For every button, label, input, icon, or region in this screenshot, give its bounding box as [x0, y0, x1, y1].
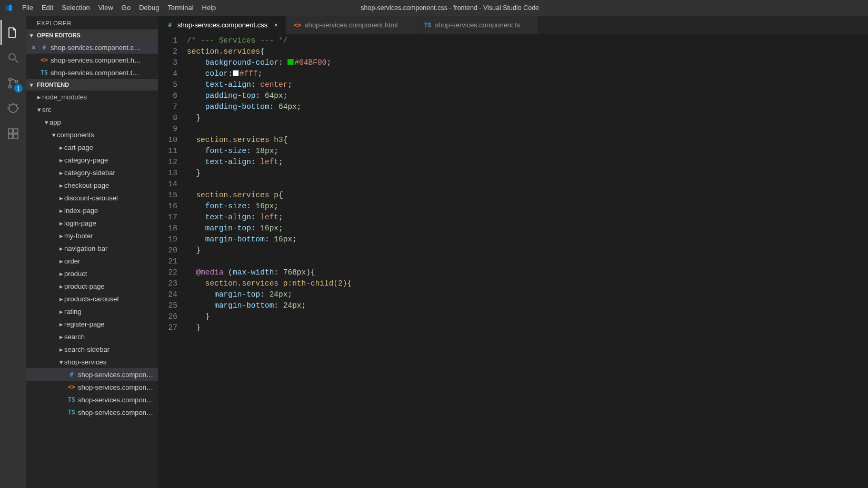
editor-tab[interactable]: #shop-services.component.css× [158, 16, 286, 34]
chevron-right-icon[interactable]: ▸ [58, 194, 64, 202]
chevron-down-icon[interactable]: ▾ [36, 106, 42, 114]
folder-item[interactable]: ▾app [26, 116, 158, 128]
code-line[interactable] [187, 256, 863, 267]
source-control-activity-icon[interactable]: 1 [1, 70, 26, 96]
folder-item[interactable]: ▾shop-services [26, 355, 158, 368]
chevron-down-icon[interactable]: ▾ [43, 118, 49, 126]
modified-dot-icon[interactable]: × [29, 44, 38, 52]
chevron-right-icon[interactable]: ▸ [58, 257, 64, 265]
folder-item[interactable]: ▸login-page [26, 217, 158, 229]
folder-item[interactable]: ▸node_modules [26, 90, 158, 103]
folder-item[interactable]: ▾src [26, 103, 158, 116]
chevron-right-icon[interactable]: ▸ [58, 320, 64, 328]
code-line[interactable]: @media (max-width: 768px){ [187, 267, 863, 278]
menu-selection[interactable]: Selection [57, 0, 94, 16]
code-line[interactable]: section.services p:nth-child(2){ [187, 278, 863, 289]
chevron-right-icon[interactable]: ▸ [58, 219, 64, 227]
explorer-activity-icon[interactable] [1, 20, 26, 45]
chevron-right-icon[interactable]: ▸ [58, 144, 64, 151]
code-line[interactable]: /* --- Services --- */ [187, 35, 863, 46]
open-editor-item[interactable]: ×#shop-services.component.c… [26, 41, 158, 54]
open-editor-item[interactable]: <>shop-services.component.h… [26, 54, 158, 66]
file-item[interactable]: #shop-services.compon… [26, 368, 158, 381]
extensions-activity-icon[interactable] [1, 121, 26, 146]
folder-item[interactable]: ▸my-footer [26, 229, 158, 242]
code-line[interactable]: color:#fff; [187, 68, 863, 79]
folder-item[interactable]: ▸products-carousel [26, 292, 158, 305]
menu-edit[interactable]: Edit [37, 0, 57, 16]
folder-item[interactable]: ▸product-page [26, 280, 158, 292]
open-editors-header[interactable]: ▾ OPEN EDITORS [26, 29, 158, 41]
folder-item[interactable]: ▸checkout-page [26, 179, 158, 191]
folder-item[interactable]: ▸search [26, 330, 158, 343]
folder-item[interactable]: ▸search-sidebar [26, 343, 158, 355]
chevron-right-icon[interactable]: ▸ [58, 333, 64, 341]
code-line[interactable]: } [187, 168, 863, 179]
chevron-right-icon[interactable]: ▸ [58, 169, 64, 177]
code-line[interactable]: text-align: left; [187, 212, 863, 223]
folder-item[interactable]: ▸register-page [26, 318, 158, 330]
folder-item[interactable]: ▸category-page [26, 154, 158, 166]
menu-terminal[interactable]: Terminal [163, 0, 197, 16]
search-activity-icon[interactable] [1, 45, 26, 70]
code-line[interactable]: background-color: #04BF00; [187, 57, 863, 68]
code-line[interactable]: margin-top: 16px; [187, 223, 863, 234]
chevron-right-icon[interactable]: ▸ [58, 232, 64, 240]
code-line[interactable]: font-size: 18px; [187, 146, 863, 157]
folder-item[interactable]: ▸discount-carousel [26, 191, 158, 204]
chevron-right-icon[interactable]: ▸ [58, 308, 64, 316]
chevron-right-icon[interactable]: ▸ [58, 207, 64, 215]
code-line[interactable] [187, 179, 863, 190]
chevron-down-icon[interactable]: ▾ [51, 131, 57, 139]
folder-item[interactable]: ▾components [26, 128, 158, 141]
chevron-right-icon[interactable]: ▸ [58, 181, 64, 189]
folder-item[interactable]: ▸product [26, 267, 158, 280]
editor-tab[interactable]: TSshop-services.component.ts× [416, 16, 539, 34]
folder-item[interactable]: ▸index-page [26, 204, 158, 217]
code-line[interactable]: section.services h3{ [187, 135, 863, 146]
folder-item[interactable]: ▸cart-page [26, 141, 158, 154]
code-line[interactable]: margin-bottom: 16px; [187, 234, 863, 245]
file-item[interactable]: <>shop-services.compon… [26, 381, 158, 393]
chevron-right-icon[interactable]: ▸ [58, 270, 64, 278]
code-line[interactable]: section.services{ [187, 46, 863, 57]
folder-item[interactable]: ▸order [26, 255, 158, 267]
scrollbar-vertical[interactable] [861, 34, 868, 488]
chevron-down-icon[interactable]: ▾ [58, 358, 64, 366]
chevron-right-icon[interactable]: ▸ [58, 245, 64, 252]
editor-tab[interactable]: <>shop-services.component.html× [286, 16, 416, 34]
chevron-right-icon[interactable]: ▸ [58, 345, 64, 353]
file-item[interactable]: TSshop-services.compon… [26, 393, 158, 406]
code-line[interactable]: } [187, 113, 863, 124]
file-item[interactable]: TSshop-services.compon… [26, 406, 158, 419]
project-header[interactable]: ▾ FRONTEND [26, 79, 158, 90]
folder-item[interactable]: ▸category-sidebar [26, 166, 158, 179]
close-icon[interactable]: × [272, 21, 280, 29]
code-line[interactable]: text-align: center; [187, 79, 863, 90]
folder-item[interactable]: ▸navigation-bar [26, 242, 158, 255]
code-line[interactable]: text-align: left; [187, 157, 863, 168]
code-line[interactable]: section.services p{ [187, 190, 863, 201]
code-line[interactable]: font-size: 16px; [187, 201, 863, 212]
folder-item[interactable]: ▸rating [26, 305, 158, 318]
code-editor[interactable]: 1234567891011121314151617181920212223242… [158, 34, 868, 488]
open-editor-item[interactable]: TSshop-services.component.t… [26, 66, 158, 79]
debug-activity-icon[interactable] [1, 96, 26, 121]
code-line[interactable]: } [187, 322, 863, 333]
chevron-right-icon[interactable]: ▸ [36, 93, 42, 101]
menu-help[interactable]: Help [198, 0, 221, 16]
chevron-right-icon[interactable]: ▸ [58, 282, 64, 290]
menu-go[interactable]: Go [117, 0, 135, 16]
code-line[interactable]: padding-top: 64px; [187, 90, 863, 101]
code-content[interactable]: /* --- Services --- */section.services{ … [187, 35, 868, 488]
code-line[interactable]: padding-bottom: 64px; [187, 101, 863, 113]
menu-view[interactable]: View [94, 0, 117, 16]
code-line[interactable]: } [187, 311, 863, 322]
code-line[interactable] [187, 124, 863, 135]
code-line[interactable]: } [187, 245, 863, 256]
code-line[interactable]: margin-top: 24px; [187, 289, 863, 300]
menu-file[interactable]: File [18, 0, 37, 16]
code-line[interactable]: margin-bottom: 24px; [187, 300, 863, 311]
chevron-right-icon[interactable]: ▸ [58, 156, 64, 164]
menu-debug[interactable]: Debug [135, 0, 163, 16]
